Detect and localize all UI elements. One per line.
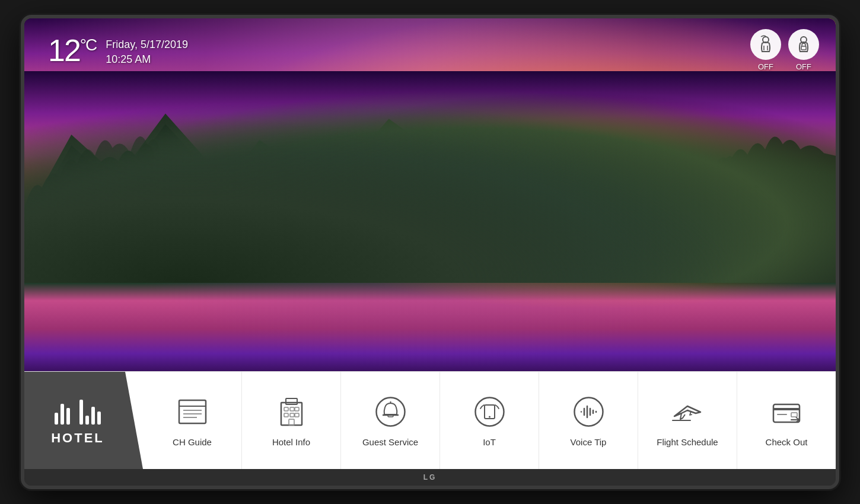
flight-schedule-label: Flight Schedule [657,437,718,447]
svg-rect-19 [179,400,206,423]
lg-logo: LG [423,473,437,481]
menu-items: CH Guide [143,372,836,469]
svg-rect-32 [289,419,294,425]
maid-icon [756,35,775,54]
dnd-circle[interactable] [788,29,819,60]
datetime-display: Friday, 5/17/2019 10:25 AM [106,35,188,66]
dnd-icon [794,35,813,54]
svg-point-39 [489,416,490,418]
hero-background: 12°C Friday, 5/17/2019 10:25 AM Welcome … [24,18,836,371]
svg-marker-2 [24,114,260,220]
top-controls: OFF OFF [750,29,819,71]
welcome-overlay: Welcome to the hotel Enjoy your time [314,171,546,219]
guest-service-icon [372,394,408,430]
menu-item-guest-service[interactable]: Guest Service [341,372,440,469]
logo-bar-6 [91,407,95,425]
menu-item-voice-tip[interactable]: Voice Tip [539,372,638,469]
welcome-subtitle: Enjoy your time [314,201,546,219]
svg-point-37 [475,398,504,426]
hotel-logo-section: HOTEL [24,372,143,469]
svg-rect-0 [24,71,836,283]
svg-rect-26 [284,407,288,411]
svg-rect-28 [295,407,299,411]
menu-item-flight-schedule[interactable]: Flight Schedule [638,372,737,469]
logo-bar-1 [55,413,58,425]
voice-tip-label: Voice Tip [571,437,607,447]
iot-icon [472,394,507,430]
menu-item-ch-guide[interactable]: CH Guide [143,372,242,469]
tv-frame: 12°C Friday, 5/17/2019 10:25 AM Welcome … [21,15,839,489]
hotel-text: HOTEL [51,430,104,446]
voice-tip-icon [571,394,606,430]
svg-point-12 [518,241,613,262]
hotel-info-label: Hotel Info [272,437,310,447]
svg-rect-25 [286,398,297,404]
guest-service-label: Guest Service [362,437,418,447]
maid-control[interactable]: OFF [750,29,781,71]
svg-rect-1 [24,71,836,283]
flight-schedule-icon [670,394,705,430]
menu-item-iot[interactable]: IoT [440,372,539,469]
hotel-info-icon [273,394,309,430]
logo-bar-3 [66,408,70,425]
svg-marker-4 [189,119,554,230]
weather-overlay: 12°C Friday, 5/17/2019 10:25 AM [48,35,188,66]
svg-rect-18 [801,46,806,50]
menu-item-check-out[interactable]: Check Out [737,372,836,469]
temperature-display: 12°C [48,35,96,66]
logo-bar-4 [79,400,83,425]
maid-label: OFF [758,62,773,71]
check-out-label: Check Out [766,437,808,447]
ch-guide-icon [174,394,210,430]
svg-rect-51 [791,413,797,417]
svg-marker-6 [524,151,836,230]
welcome-title: Welcome to the hotel [314,171,546,196]
svg-rect-36 [388,415,393,417]
dnd-label: OFF [796,62,811,71]
svg-marker-3 [24,125,260,231]
ch-guide-label: CH Guide [173,437,212,447]
svg-rect-31 [295,413,299,417]
svg-point-11 [495,225,636,257]
date-display: Friday, 5/17/2019 [106,39,188,51]
logo-bar-7 [97,412,101,425]
time-display: 10:25 AM [106,53,188,66]
svg-marker-5 [230,129,583,240]
svg-rect-30 [290,413,294,417]
hotel-logo-bars [55,395,101,425]
tv-screen: 12°C Friday, 5/17/2019 10:25 AM Welcome … [24,18,836,469]
iot-label: IoT [483,437,496,447]
menu-bar: HOTEL CH Guide [24,371,836,469]
svg-rect-7 [24,219,836,283]
svg-rect-27 [290,407,294,411]
tv-bottom-bezel: LG [24,469,836,486]
logo-bar-5 [85,416,89,425]
svg-point-40 [574,398,603,426]
maid-circle[interactable] [750,29,781,60]
svg-rect-29 [284,413,288,417]
menu-item-hotel-info[interactable]: Hotel Info [242,372,341,469]
dnd-control[interactable]: OFF [788,29,819,71]
logo-bar-2 [60,404,64,425]
svg-point-13 [542,256,588,268]
check-out-icon [769,394,804,430]
